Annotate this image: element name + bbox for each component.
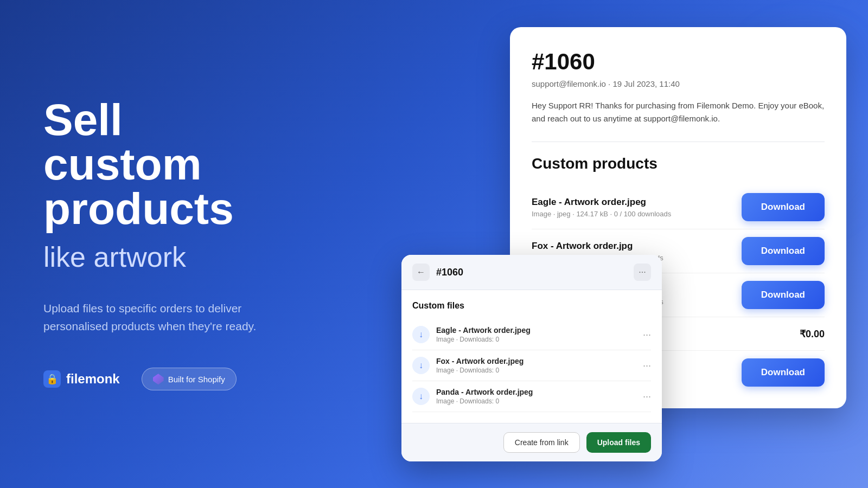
brand-logo: 🔒 filemonk: [43, 370, 120, 388]
admin-file-info-3: Panda - Artwork order.jpeg Image · Downl…: [436, 388, 643, 405]
admin-file-row-1: ↓ Eagle - Artwork order.jpeg Image · Dow…: [412, 319, 651, 350]
hero-subtitle: like artwork: [43, 242, 342, 273]
product-name-2: Fox - Artwork order.jpg: [532, 241, 663, 252]
admin-file-meta-2: Image · Downloads: 0: [436, 367, 643, 374]
upload-files-button[interactable]: Upload files: [586, 432, 651, 453]
file-menu-1[interactable]: ···: [643, 329, 651, 341]
admin-file-name-1: Eagle - Artwork order.jpeg: [436, 326, 643, 335]
shopify-diamond-icon: [153, 374, 164, 384]
admin-file-name-2: Fox - Artwork order.jpeg: [436, 357, 643, 365]
right-section: #1060 support@filemonk.io · 19 Jul 2023,…: [510, 27, 846, 408]
product-meta-1: Image · jpeg · 124.17 kB · 0 / 100 downl…: [532, 210, 671, 218]
download-button-1[interactable]: Download: [742, 193, 825, 221]
file-download-icon-2: ↓: [412, 357, 430, 374]
hero-section: Sell custom products like artwork Upload…: [43, 0, 342, 488]
admin-file-meta-1: Image · Downloads: 0: [436, 336, 643, 343]
download-button-3[interactable]: Download: [742, 281, 825, 309]
brand-icon: 🔒: [43, 370, 61, 388]
file-download-icon-1: ↓: [412, 326, 430, 343]
admin-card: ← #1060 ··· Custom files ↓ Eagle - Artwo…: [401, 255, 662, 461]
admin-body: Custom files ↓ Eagle - Artwork order.jpe…: [401, 290, 662, 423]
custom-products-title: Custom products: [532, 155, 825, 172]
product-name-1: Eagle - Artwork order.jpeg: [532, 197, 671, 208]
admin-file-row-2: ↓ Fox - Artwork order.jpeg Image · Downl…: [412, 350, 651, 381]
download-button-2[interactable]: Download: [742, 237, 825, 265]
admin-header-left: ← #1060: [412, 264, 463, 281]
order-number: #1060: [532, 49, 825, 75]
admin-order-number: #1060: [436, 267, 463, 278]
admin-section-title: Custom files: [412, 301, 651, 311]
product-row: Eagle - Artwork order.jpeg Image · jpeg …: [532, 185, 825, 229]
brand-name: filemonk: [66, 371, 120, 387]
hero-description: Upload files to specific orders to deliv…: [43, 300, 282, 335]
admin-footer: Create from link Upload files: [401, 423, 662, 461]
hero-title: Sell custom products: [43, 98, 342, 231]
admin-file-name-3: Panda - Artwork order.jpeg: [436, 388, 643, 396]
admin-file-meta-3: Image · Downloads: 0: [436, 397, 643, 405]
order-message: Hey Support RR! Thanks for purchasing fr…: [532, 99, 825, 125]
admin-file-info-2: Fox - Artwork order.jpeg Image · Downloa…: [436, 357, 643, 374]
order-meta: support@filemonk.io · 19 Jul 2023, 11:40: [532, 79, 825, 88]
admin-file-row-3: ↓ Panda - Artwork order.jpeg Image · Dow…: [412, 381, 651, 412]
admin-file-info-1: Eagle - Artwork order.jpeg Image · Downl…: [436, 326, 643, 343]
file-menu-2[interactable]: ···: [643, 360, 651, 371]
ebook-download-button[interactable]: Download: [742, 358, 825, 387]
order-divider: [532, 142, 825, 142]
back-button[interactable]: ←: [412, 264, 430, 281]
more-options-button[interactable]: ···: [634, 264, 651, 281]
shopify-badge[interactable]: Built for Shopify: [142, 368, 237, 390]
ebook-price: ₹0.00: [800, 328, 825, 340]
file-download-icon-3: ↓: [412, 388, 430, 405]
bottom-bar: 🔒 filemonk Built for Shopify: [43, 368, 342, 390]
admin-header: ← #1060 ···: [401, 255, 662, 290]
shopify-badge-label: Built for Shopify: [168, 375, 225, 384]
create-from-link-button[interactable]: Create from link: [503, 432, 580, 453]
product-info-1: Eagle - Artwork order.jpeg Image · jpeg …: [532, 197, 671, 218]
file-menu-3[interactable]: ···: [643, 391, 651, 402]
